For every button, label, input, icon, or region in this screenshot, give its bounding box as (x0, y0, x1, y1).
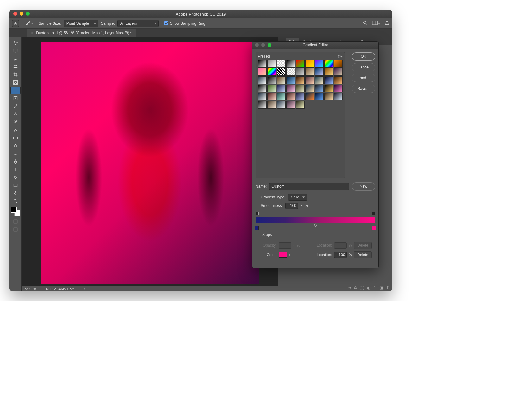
preset-swatch[interactable] (324, 85, 333, 92)
color-swatches[interactable] (11, 207, 20, 216)
type-tool[interactable] (11, 166, 20, 173)
crop-tool[interactable] (11, 71, 20, 78)
preset-swatch[interactable] (296, 93, 305, 100)
gradient-tool[interactable] (11, 134, 20, 142)
gear-icon[interactable]: ⚙▾ (337, 54, 343, 59)
preset-swatch[interactable] (277, 85, 286, 92)
edit-mode-icon[interactable] (11, 218, 20, 225)
document-canvas[interactable] (41, 42, 259, 284)
preset-swatch[interactable] (315, 76, 324, 84)
zoom-readout[interactable]: 56.09% (25, 287, 36, 291)
preset-swatch[interactable] (334, 85, 343, 92)
blur-tool[interactable] (11, 142, 20, 150)
move-tool[interactable] (11, 39, 20, 47)
close-tab-icon[interactable]: × (31, 30, 34, 36)
preset-swatch[interactable] (258, 85, 267, 92)
opacity-stop-right[interactable] (372, 212, 375, 215)
preset-swatch[interactable] (334, 60, 343, 68)
preset-swatch[interactable] (315, 93, 324, 100)
rectangle-tool[interactable] (11, 182, 20, 189)
zoom-icon[interactable] (268, 43, 271, 47)
preset-swatch[interactable] (324, 60, 333, 68)
brush-tool[interactable] (11, 102, 20, 110)
preset-swatch[interactable] (258, 68, 267, 76)
eyedropper-tool[interactable] (10, 87, 21, 94)
link-icon[interactable]: ⇔ (348, 285, 352, 290)
color-swatch[interactable] (279, 252, 287, 258)
zoom-tool[interactable] (11, 197, 20, 205)
new-button[interactable]: New (352, 182, 375, 191)
adjustment-icon[interactable]: ◐ (367, 285, 370, 290)
preset-swatch[interactable] (277, 60, 286, 68)
new-icon[interactable]: ▣ (380, 285, 383, 290)
preset-swatch[interactable] (315, 85, 324, 92)
search-icon[interactable] (363, 20, 368, 26)
preset-swatch[interactable] (277, 101, 286, 109)
share-icon[interactable] (384, 20, 390, 26)
history-brush-tool[interactable] (11, 118, 20, 126)
preset-swatch[interactable] (267, 93, 276, 100)
preset-swatch[interactable] (296, 76, 305, 84)
lasso-tool[interactable] (11, 55, 20, 62)
folder-icon[interactable]: 🗀 (373, 285, 377, 290)
preset-swatch[interactable] (277, 68, 286, 76)
load-button[interactable]: Load... (352, 74, 375, 82)
preset-swatch[interactable] (267, 76, 276, 84)
minimize-window-button[interactable] (20, 12, 23, 16)
preset-swatch[interactable] (286, 101, 295, 109)
preset-swatch[interactable] (286, 60, 295, 68)
marquee-tool[interactable] (11, 47, 20, 55)
gradient-editor-dialog[interactable]: Gradient Editor Presets ⚙▾ OK Cancel Loa… (252, 41, 379, 268)
preset-swatch[interactable] (286, 93, 295, 100)
preset-swatch[interactable] (305, 60, 314, 68)
show-sampling-ring-checkbox[interactable]: Show Sampling Ring (164, 21, 205, 26)
sample-select[interactable]: All Layers (117, 20, 159, 27)
dialog-titlebar[interactable]: Gradient Editor (252, 42, 378, 49)
gradient-ramp[interactable] (256, 212, 375, 230)
preset-swatch[interactable] (305, 93, 314, 100)
workspace-icon[interactable]: ▾ (372, 21, 380, 26)
pen-tool[interactable] (11, 158, 20, 165)
gradient-type-select[interactable]: Solid (288, 194, 307, 201)
preset-swatch[interactable] (334, 76, 343, 84)
close-icon[interactable] (255, 43, 259, 47)
preset-swatch[interactable] (286, 85, 295, 92)
preset-swatch[interactable] (267, 60, 276, 68)
opacity-stop-left[interactable] (256, 212, 259, 215)
spot-heal-tool[interactable] (11, 94, 20, 102)
preset-swatch[interactable] (324, 93, 333, 100)
delete-color-stop-button[interactable]: Delete (354, 251, 372, 258)
show-sampling-ring-input[interactable] (164, 21, 168, 25)
preset-swatch[interactable] (267, 85, 276, 92)
preset-swatch[interactable] (296, 85, 305, 92)
trash-icon[interactable]: 🗑 (386, 285, 390, 290)
color-stop-left[interactable] (255, 226, 259, 230)
eraser-tool[interactable] (11, 126, 20, 134)
preset-swatch[interactable] (334, 93, 343, 100)
preset-swatch[interactable] (258, 93, 267, 100)
fx-icon[interactable]: fx (354, 285, 357, 290)
preset-swatch[interactable] (305, 85, 314, 92)
preset-swatch[interactable] (296, 68, 305, 76)
home-button[interactable] (12, 20, 19, 27)
preset-swatch[interactable] (296, 101, 305, 109)
gradient-strip[interactable] (256, 217, 375, 223)
hand-tool[interactable] (11, 190, 20, 197)
gradient-name-input[interactable] (269, 183, 349, 190)
zoom-window-button[interactable] (26, 12, 30, 16)
preset-swatch[interactable] (315, 60, 324, 68)
preset-swatch[interactable] (258, 60, 267, 68)
cancel-button[interactable]: Cancel (352, 63, 375, 71)
preset-swatch[interactable] (286, 68, 295, 76)
path-select-tool[interactable] (11, 174, 20, 181)
ok-button[interactable]: OK (352, 52, 375, 61)
dodge-tool[interactable] (11, 150, 20, 158)
preset-swatch[interactable] (267, 68, 276, 76)
preset-swatch[interactable] (277, 76, 286, 84)
sample-size-select[interactable]: Point Sample (64, 20, 98, 27)
preset-swatch[interactable] (258, 101, 267, 109)
doc-size-readout[interactable]: Doc: 21.8M/21.8M (46, 287, 74, 291)
frame-tool[interactable] (11, 79, 20, 86)
preset-swatch[interactable] (315, 68, 324, 76)
preset-swatch[interactable] (258, 76, 267, 84)
